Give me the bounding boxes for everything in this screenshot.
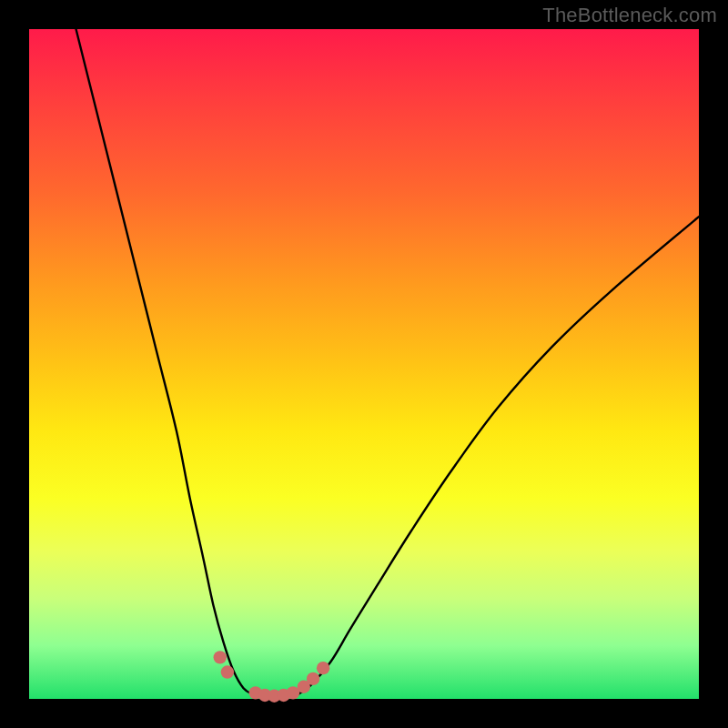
bottleneck-curve	[76, 29, 699, 697]
curve-marker	[307, 672, 319, 685]
curve-marker	[221, 665, 234, 678]
chart-svg	[0, 0, 728, 728]
chart-frame: TheBottleneck.com	[0, 0, 728, 728]
curve-marker	[317, 662, 329, 674]
curve-marker	[214, 651, 227, 663]
